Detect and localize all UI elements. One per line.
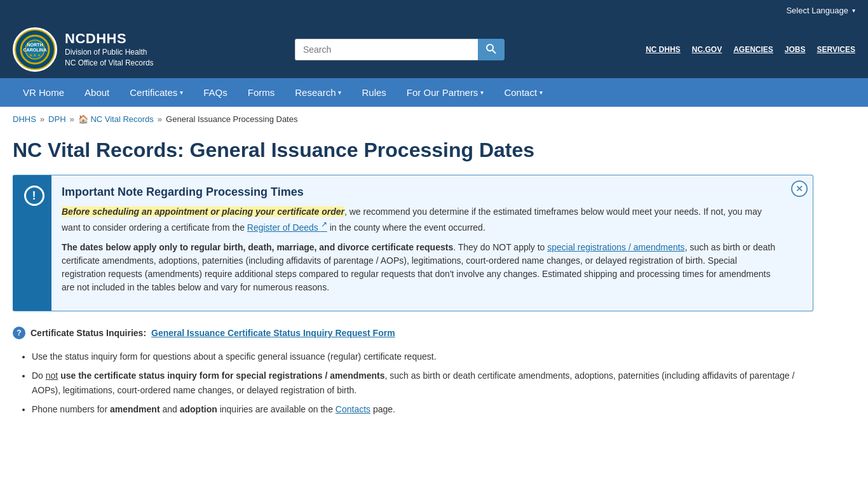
nav-item-for-our-partners[interactable]: For Our Partners ▾	[397, 78, 494, 107]
contacts-link[interactable]: Contacts	[336, 404, 370, 414]
notice-para1: Before scheduling an appointment or plac…	[62, 205, 781, 234]
svg-point-5	[487, 44, 493, 51]
list-item: Do not use the certificate status inquir…	[32, 369, 813, 397]
org-line1: Division of Public Health	[65, 47, 154, 58]
top-link-services[interactable]: SERVICES	[817, 45, 855, 54]
cert-status-link[interactable]: General Issuance Certificate Status Inqu…	[151, 328, 395, 338]
bullet-list: Use the status inquiry form for question…	[13, 349, 813, 417]
search-box	[295, 39, 505, 60]
language-selector[interactable]: Select Language ▾	[786, 6, 855, 15]
nav-item-forms[interactable]: Forms	[238, 78, 285, 107]
org-line2: NC Office of Vital Records	[65, 58, 154, 69]
breadcrumb-sep3: »	[158, 114, 162, 124]
logo-seal: NORTH CAROLINA ★ ★ ★	[13, 27, 57, 72]
search-input[interactable]	[295, 39, 478, 60]
exclamation-icon: !	[24, 186, 44, 206]
breadcrumb-sep2: »	[70, 114, 74, 124]
register-of-deeds-link[interactable]: Register of Deeds ↗	[247, 222, 327, 233]
list-item: Use the status inquiry form for question…	[32, 349, 813, 363]
chevron-down-icon: ▾	[180, 89, 183, 96]
top-link-ncgov[interactable]: NC.GOV	[692, 45, 722, 54]
chevron-down-icon: ▾	[338, 89, 341, 96]
org-name: NCDHHS Division of Public Health NC Offi…	[65, 30, 154, 69]
bullet-2-bold: use the certificate status inquiry form …	[60, 370, 384, 381]
notice-box: ! Important Note Regarding Processing Ti…	[13, 175, 813, 311]
notice-title: Important Note Regarding Processing Time…	[62, 186, 781, 199]
question-icon: ?	[13, 327, 25, 339]
notice-content: Important Note Regarding Processing Time…	[51, 175, 813, 311]
search-area	[166, 39, 634, 60]
seal-svg: NORTH CAROLINA ★ ★ ★	[19, 34, 51, 65]
logo-area: NORTH CAROLINA ★ ★ ★ NCDHHS Division of …	[13, 27, 154, 72]
cert-status-section: ? Certificate Status Inquiries: General …	[13, 327, 813, 339]
search-button[interactable]	[478, 39, 505, 60]
notice-para2: The dates below apply only to regular bi…	[62, 241, 781, 294]
nav-item-contact[interactable]: Contact ▾	[494, 78, 553, 107]
page-title: NC Vital Records: General Issuance Proce…	[13, 138, 813, 162]
svg-text:★ ★ ★: ★ ★ ★	[29, 53, 41, 57]
notice-icon-area: !	[17, 175, 51, 311]
main-content: NC Vital Records: General Issuance Proce…	[0, 132, 826, 441]
top-link-ncdhhs[interactable]: NC DHHS	[646, 45, 681, 54]
adoption-bold: adoption	[180, 404, 217, 414]
nav-item-faqs[interactable]: FAQs	[193, 78, 238, 107]
svg-line-6	[492, 50, 496, 53]
notice-para2-rest: . They do NOT apply to	[453, 242, 547, 252]
nav-item-research[interactable]: Research ▾	[285, 78, 351, 107]
breadcrumb-sep: »	[40, 114, 44, 124]
nav-item-about[interactable]: About	[74, 78, 119, 107]
special-registrations-link[interactable]: special registrations / amendments	[547, 242, 684, 252]
list-item: Phone numbers for amendment and adoption…	[32, 402, 813, 416]
chevron-down-icon: ▾	[852, 7, 855, 14]
breadcrumb-dph[interactable]: DPH	[48, 114, 65, 124]
chevron-down-icon: ▾	[539, 89, 543, 96]
breadcrumb: DHHS » DPH » 🏠 NC Vital Records » Genera…	[0, 107, 868, 132]
nav-item-rules[interactable]: Rules	[351, 78, 396, 107]
top-link-agencies[interactable]: AGENCIES	[733, 45, 773, 54]
notice-para1-end: in the county where the event occurred.	[327, 222, 485, 233]
nav-bar: VR Home About Certificates ▾ FAQs Forms …	[0, 78, 868, 107]
breadcrumb-nc-vital-records[interactable]: 🏠 NC Vital Records	[78, 114, 154, 124]
breadcrumb-current: General Issuance Processing Dates	[166, 114, 297, 124]
cert-status-label: Certificate Status Inquiries:	[31, 328, 146, 338]
chevron-down-icon: ▾	[480, 89, 484, 96]
notice-para2-start: The dates below apply only to regular bi…	[62, 242, 453, 252]
top-links: NC DHHS NC.GOV AGENCIES JOBS SERVICES	[646, 45, 855, 54]
org-short-name: NCDHHS	[65, 30, 154, 47]
bullet-1-text: Use the status inquiry form for question…	[32, 351, 437, 362]
home-icon: 🏠	[78, 114, 88, 124]
header: NORTH CAROLINA ★ ★ ★ NCDHHS Division of …	[0, 21, 868, 78]
nav-item-vr-home[interactable]: VR Home	[13, 78, 74, 107]
nav-item-certificates[interactable]: Certificates ▾	[119, 78, 193, 107]
top-link-jobs[interactable]: JOBS	[785, 45, 806, 54]
search-icon	[486, 44, 496, 54]
top-bar: Select Language ▾	[0, 0, 868, 21]
logo-inner: NORTH CAROLINA ★ ★ ★	[16, 30, 54, 69]
svg-text:NORTH: NORTH	[27, 43, 43, 47]
breadcrumb-dhhs[interactable]: DHHS	[13, 114, 36, 124]
language-label: Select Language	[786, 6, 848, 15]
svg-text:CAROLINA: CAROLINA	[24, 48, 47, 52]
amendment-bold: amendment	[110, 404, 160, 414]
not-underline: not	[46, 370, 58, 381]
notice-highlight: Before scheduling an appointment or plac…	[62, 207, 344, 217]
